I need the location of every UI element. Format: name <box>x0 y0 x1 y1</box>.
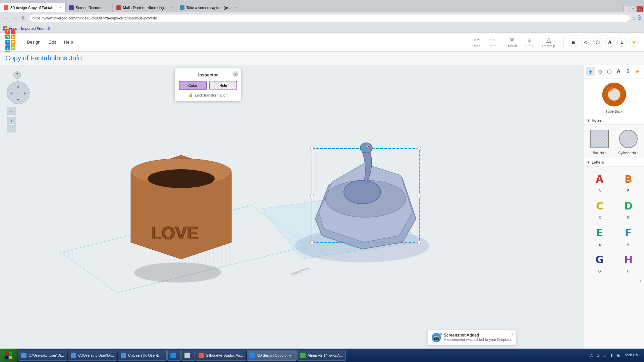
taskbar-item-afinia[interactable]: Afinia V2.14 www.A... <box>297 350 346 361</box>
3d-view-button[interactable]: ◇ <box>581 38 590 47</box>
project-title: Copy of Fantabulous Jofo <box>0 52 644 65</box>
close-button[interactable]: × <box>637 6 643 12</box>
redo-button[interactable]: ↪ Redo <box>486 35 499 49</box>
taskbar-item-3[interactable]: C:\Users\ltc User\Dr... <box>118 350 167 361</box>
taskbar-time: 5:28 PM <box>625 353 639 358</box>
skype-icon[interactable]: S <box>637 14 641 21</box>
taskbar-item-tinkercad[interactable]: 3D design Copy of F... <box>247 350 297 361</box>
holes-toggle[interactable]: ▼ <box>587 118 590 122</box>
holes-section: ▼ Holes Box Hole Cylinder Hole <box>584 116 644 158</box>
tab-close-4[interactable]: × <box>234 6 236 9</box>
hex-panel-button[interactable]: ⬡ <box>605 67 614 76</box>
reload-button[interactable]: ↻ <box>20 14 28 22</box>
cube-panel-button[interactable]: ◇ <box>595 67 605 76</box>
tab-close-tinkercad[interactable]: × <box>60 6 62 9</box>
group-icon: ▲ <box>527 37 533 44</box>
shape-builder-button[interactable]: ⬡ <box>593 38 602 47</box>
tab-close-3[interactable]: × <box>170 6 172 9</box>
notification-title: Screenshot Added <box>444 333 512 338</box>
tab-bar: 3D design Copy of Fantab... × Screen Rec… <box>0 0 644 12</box>
letter-a-item[interactable]: 𝗔 A <box>586 169 613 194</box>
holes-section-header: ▼ Holes <box>584 116 644 125</box>
ungroup-button[interactable]: △ Ungroup <box>540 35 558 49</box>
letter-g-item[interactable]: 𝗚 G <box>586 249 613 275</box>
minimize-button[interactable]: _ <box>623 6 629 12</box>
tinkercad-logo: T I N K E R C A D <box>5 29 15 55</box>
design-nav-link[interactable]: Design <box>23 38 44 46</box>
number-button[interactable]: 1 <box>617 38 627 47</box>
letter-a-label: A <box>598 189 601 193</box>
maximize-button[interactable]: □ <box>630 6 636 12</box>
letter-g-label: G <box>598 269 601 273</box>
help-nav-link[interactable]: Help <box>61 38 76 46</box>
tube-thick-svg <box>601 81 628 108</box>
toolbar-actions: ↩ Undo ↪ Redo ✕ Adjust ▲ Group △ Ungroup <box>470 35 558 49</box>
letter-c-item[interactable]: 𝗖 C <box>586 195 613 221</box>
tab-mail[interactable]: Mail - Danielle Nicole Ing... × <box>113 3 176 12</box>
viewport[interactable]: ? ▲ ◄ ● ► ▼ ⌂ <box>0 65 584 362</box>
forward-button[interactable]: → <box>11 14 19 22</box>
tray-icon-sound[interactable]: ♪ <box>602 353 607 358</box>
logo-n: N <box>5 35 10 39</box>
favorite-button[interactable]: ★ <box>629 38 639 47</box>
taskbar-item-5[interactable] <box>181 350 195 361</box>
cylinder-hole-item[interactable]: Cylinder Hole <box>615 127 642 156</box>
taskbar-icon-tinkercad <box>250 353 255 358</box>
tab-title-4: Take a screen capture (pr... <box>186 6 231 10</box>
edit-nav-link[interactable]: Edit <box>45 38 59 46</box>
holes-grid: Box Hole Cylinder Hole <box>584 125 644 158</box>
star-panel-button[interactable]: ★ <box>633 67 642 76</box>
text-panel-button[interactable]: A <box>614 67 623 76</box>
notification-close-button[interactable]: × <box>511 332 514 337</box>
tab-screen-recorder[interactable]: Screen Recorder × <box>65 3 113 12</box>
start-button[interactable] <box>0 349 17 362</box>
app-container: T I N K E R C A D Design Edit <box>0 33 644 362</box>
logo-k: K <box>11 35 15 39</box>
group-button[interactable]: ▲ Group <box>522 35 537 49</box>
letter-d-shape: 𝗗 <box>619 197 638 215</box>
box-hole-item[interactable]: Box Hole <box>586 127 613 156</box>
letter-e-item[interactable]: 𝗘 E <box>586 222 613 248</box>
letters-more[interactable]: › <box>584 277 644 285</box>
svg-point-13 <box>418 241 421 244</box>
tray-icon-up[interactable]: △ <box>589 353 594 358</box>
address-bar[interactable] <box>29 14 630 22</box>
letter-c-label: C <box>598 216 601 220</box>
notification-x-button[interactable]: ✕ <box>440 332 442 336</box>
grid-view-button[interactable]: ⊞ <box>569 38 578 47</box>
tray-icon-battery[interactable]: ▮ <box>609 353 614 358</box>
adjust-button[interactable]: ✕ Adjust <box>505 35 520 49</box>
letter-d-item[interactable]: 𝗗 D <box>615 195 642 221</box>
taskbar-item-1[interactable]: C:\Users\ltc User\Dr... <box>18 350 67 361</box>
tab-tinkercad[interactable]: 3D design Copy of Fantab... × <box>0 3 65 12</box>
letters-toggle[interactable]: ▼ <box>587 160 590 164</box>
taskbar-icon-2 <box>71 353 76 358</box>
back-button[interactable]: ← <box>3 14 10 22</box>
undo-button[interactable]: ↩ Undo <box>470 35 483 49</box>
shapes-panel-button[interactable]: ⊞ <box>586 67 595 76</box>
notification-panel: 📷 Screenshot Added A screenshot was adde… <box>427 330 517 345</box>
nav-links: Design Edit Help <box>23 38 76 46</box>
letters-chevron-right[interactable]: › <box>640 278 641 283</box>
bookmark-star-icon[interactable]: ☆ <box>632 15 636 21</box>
tube-thick-shape[interactable] <box>601 81 628 108</box>
letter-h-item[interactable]: 𝗛 H <box>615 249 642 275</box>
tray-icon-network[interactable]: ⊡ <box>595 353 601 358</box>
number-panel-button[interactable]: 1 <box>623 67 633 76</box>
letter-f-item[interactable]: 𝗙 F <box>615 222 642 248</box>
taskbar-item-silhouette[interactable]: Silhouette Studio: Air... <box>196 350 246 361</box>
letter-b-item[interactable]: 𝗕 B <box>615 169 642 194</box>
tab-screenshot[interactable]: Take a screen capture (pr... × <box>176 3 240 12</box>
taskbar-icon-3 <box>121 353 126 358</box>
text-button[interactable]: A <box>605 38 614 47</box>
imported-from-ie-bookmark[interactable]: Imported From IE <box>21 26 50 31</box>
box-hole-shape-container <box>589 128 610 150</box>
cylinder-hole-shape-container <box>618 128 639 150</box>
taskbar-icon-silhouette <box>199 353 204 358</box>
svg-point-6 <box>148 169 215 188</box>
box-hole-shape <box>590 130 609 148</box>
tray-icon-dropbox[interactable]: ◉ <box>615 353 621 358</box>
tab-close-2[interactable]: × <box>107 6 109 9</box>
taskbar-item-2[interactable]: C:\Users\ltc User\Dr... <box>68 350 117 361</box>
taskbar-item-4[interactable] <box>167 350 181 361</box>
